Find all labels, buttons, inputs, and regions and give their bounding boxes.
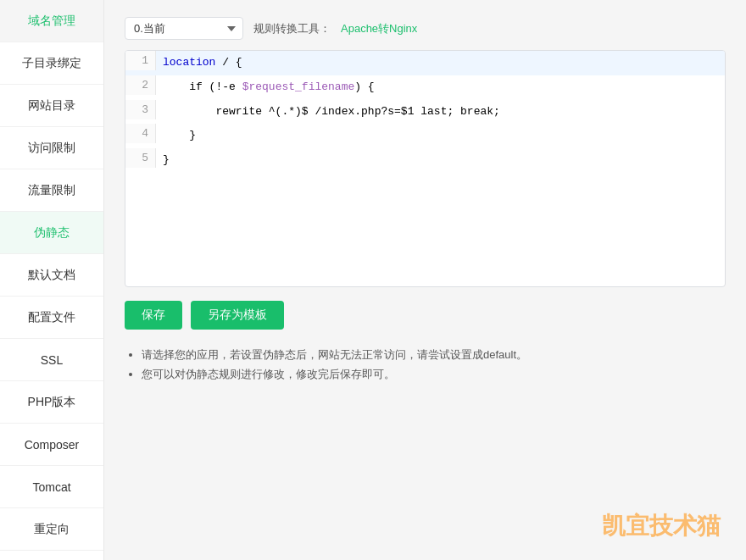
sidebar-item-composer[interactable]: Composer <box>0 424 103 466</box>
sidebar-item-subdir-bind[interactable]: 子目录绑定 <box>0 42 103 85</box>
line-number-4: 4 <box>125 124 156 143</box>
line-content-5: } <box>156 148 725 173</box>
sidebar: 域名管理子目录绑定网站目录访问限制流量限制伪静态默认文档配置文件SSLPHP版本… <box>0 0 104 560</box>
rule-label: 规则转换工具： <box>253 21 331 36</box>
notes-list: 请选择您的应用，若设置伪静态后，网站无法正常访问，请尝试设置成default。您… <box>125 345 726 385</box>
button-row: 保存 另存为模板 <box>125 301 726 330</box>
line-number-2: 2 <box>125 75 156 95</box>
sidebar-item-redirect[interactable]: 重定向 <box>0 508 103 551</box>
sidebar-item-pseudo-static[interactable]: 伪静态 <box>0 212 103 254</box>
save-as-template-button[interactable]: 另存为模板 <box>191 301 284 330</box>
line-content-2: if (!-e $request_filename) { <box>156 75 725 100</box>
code-line-5: 5} <box>125 148 725 173</box>
code-editor[interactable]: 1location / {2 if (!-e $request_filename… <box>125 50 726 287</box>
line-number-1: 1 <box>125 51 156 70</box>
code-line-1: 1location / { <box>125 51 725 75</box>
version-select[interactable]: 0.当前 <box>125 17 243 40</box>
line-number-3: 3 <box>125 100 156 119</box>
line-number-5: 5 <box>125 148 156 168</box>
save-button[interactable]: 保存 <box>125 301 182 330</box>
note-item: 请选择您的应用，若设置伪静态后，网站无法正常访问，请尝试设置成default。 <box>142 345 726 364</box>
sidebar-item-tomcat[interactable]: Tomcat <box>0 466 103 508</box>
line-content-1: location / { <box>156 51 725 75</box>
sidebar-item-ssl[interactable]: SSL <box>0 339 103 381</box>
note-item: 您可以对伪静态规则进行修改，修改完后保存即可。 <box>142 364 726 384</box>
code-line-4: 4 } <box>125 124 725 148</box>
sidebar-item-config-file[interactable]: 配置文件 <box>0 297 103 339</box>
watermark: 凯宜技术猫 <box>602 510 721 542</box>
line-content-3: rewrite ^(.*)$ /index.php?s=$1 last; bre… <box>156 100 725 125</box>
rule-convert-link[interactable]: Apache转Nginx <box>341 21 417 36</box>
sidebar-item-default-doc[interactable]: 默认文档 <box>0 254 103 297</box>
sidebar-item-reverse-proxy[interactable]: 反向代理 <box>0 551 103 560</box>
main-content: 0.当前 规则转换工具： Apache转Nginx 1location / {2… <box>104 0 746 560</box>
sidebar-item-traffic-limit[interactable]: 流量限制 <box>0 169 103 212</box>
code-line-3: 3 rewrite ^(.*)$ /index.php?s=$1 last; b… <box>125 100 725 125</box>
line-content-4: } <box>156 124 725 148</box>
sidebar-item-php-version[interactable]: PHP版本 <box>0 381 103 424</box>
sidebar-item-website-dir[interactable]: 网站目录 <box>0 85 103 127</box>
sidebar-item-access-limit[interactable]: 访问限制 <box>0 127 103 169</box>
sidebar-item-domain-mgmt[interactable]: 域名管理 <box>0 0 103 42</box>
code-line-2: 2 if (!-e $request_filename) { <box>125 75 725 100</box>
toolbar: 0.当前 规则转换工具： Apache转Nginx <box>125 17 726 40</box>
